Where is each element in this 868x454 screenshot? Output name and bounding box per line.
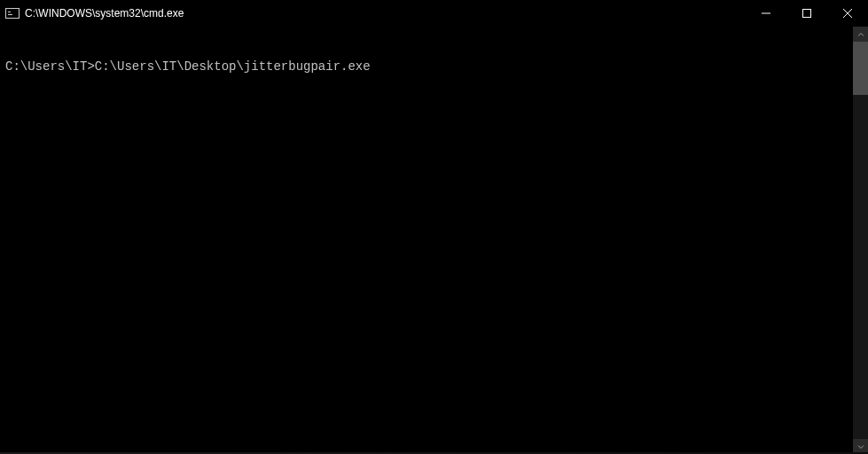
- chevron-up-icon: [857, 31, 864, 38]
- svg-rect-1: [803, 10, 811, 18]
- titlebar-left: C:\WINDOWS\system32\cmd.exe: [0, 7, 184, 20]
- vertical-scrollbar[interactable]: [853, 27, 868, 454]
- minimize-icon: [762, 9, 770, 18]
- close-button[interactable]: [827, 0, 868, 27]
- scroll-up-button[interactable]: [853, 27, 868, 42]
- window-controls: [746, 0, 868, 27]
- close-icon: [843, 9, 852, 18]
- terminal-area: C:\Users\IT>C:\Users\IT\Desktop\jitterbu…: [0, 27, 868, 454]
- window-titlebar: C:\WINDOWS\system32\cmd.exe: [0, 0, 868, 27]
- chevron-down-icon: [857, 443, 864, 450]
- minimize-button[interactable]: [746, 0, 786, 27]
- window-title: C:\WINDOWS\system32\cmd.exe: [25, 7, 184, 20]
- cmd-icon: [5, 8, 20, 19]
- terminal-output[interactable]: C:\Users\IT>C:\Users\IT\Desktop\jitterbu…: [0, 27, 853, 454]
- maximize-icon: [802, 9, 811, 18]
- scroll-thumb[interactable]: [853, 42, 868, 95]
- maximize-button[interactable]: [786, 0, 827, 27]
- prompt-line: C:\Users\IT>C:\Users\IT\Desktop\jitterbu…: [5, 59, 848, 74]
- scroll-track[interactable]: [853, 42, 868, 439]
